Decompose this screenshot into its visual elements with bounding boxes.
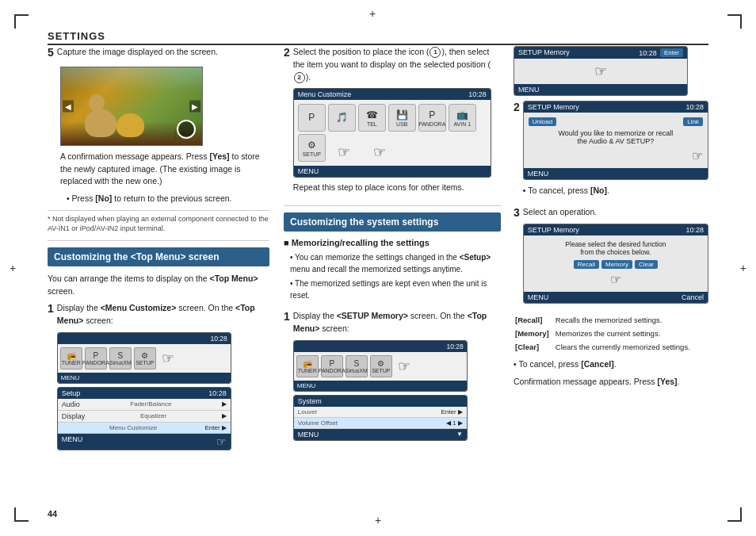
sm3-footer-menu: MENU <box>528 293 549 301</box>
crosshair-left <box>10 262 16 274</box>
right-step3-text: Select an operation. <box>523 206 708 219</box>
image-arrow-right: ▶ <box>189 100 200 112</box>
sm2-footer: MENU <box>528 170 549 178</box>
main-content: 5 Capture the image displayed on the scr… <box>48 46 708 504</box>
sys-title: System <box>298 397 322 405</box>
system-settings-title: Customizing the system settings <box>284 212 501 232</box>
page-header: SETTINGS <box>48 30 708 45</box>
sm3-memory-btn[interactable]: Memory <box>601 260 632 269</box>
sm2-time: 10:28 <box>685 103 704 111</box>
sm1-time: 10:28 Enter <box>639 48 683 57</box>
step5-block: 5 Capture the image displayed on the scr… <box>48 46 269 234</box>
tm2-icon-pandora: PPANDORA <box>321 355 343 377</box>
sm2-link-btn[interactable]: Link <box>683 117 703 126</box>
tm-icon-tuner: 📻TUNER <box>60 347 82 369</box>
captured-image: ◀ ▶ ☞ <box>60 67 203 146</box>
left-step1-text: Display the <Menu Customize> screen. On … <box>57 302 269 327</box>
repeat-text: Repeat this step to place icons for othe… <box>293 182 501 194</box>
mc-icon-usb: 💾USB <box>388 104 416 132</box>
image-arrow-left: ◀ <box>63 100 74 112</box>
tm-icon-siriusxm: SSiriusXM <box>109 347 132 369</box>
right-confirmation-text: Confirmation message appears. Press [Yes… <box>514 376 708 389</box>
sm1-footer: MENU <box>518 86 540 94</box>
top-menu-screen-1: 10:28 📻TUNER PPANDORA SSiriusXM ⚙SETUP ☞… <box>57 332 231 384</box>
mc-icon-avin: 📺AVIN 1 <box>449 104 476 132</box>
tm-time-1: 10:28 <box>211 335 227 343</box>
mc-icon-p: P <box>298 104 326 132</box>
right-step2-cancel: • To cancel, press [No]. <box>523 185 708 197</box>
sm3-body-text: Please select the desired functionfrom t… <box>529 240 703 256</box>
mc-footer-menu: MENU <box>298 167 319 175</box>
sm1-title: SETUP Memory <box>518 48 570 57</box>
right-column: SETUP Memory 10:28 Enter ☞ MENU 2 SETUP … <box>507 46 708 504</box>
mc-title: Menu Customize <box>298 90 352 98</box>
step5-text: Capture the image displayed on the scree… <box>57 46 218 59</box>
crosshair-top <box>372 10 384 21</box>
step5-no-text: • Press [No] to return to the previous s… <box>67 193 269 205</box>
sm3-title: SETUP Memory <box>528 226 579 234</box>
divider-mid <box>284 205 501 206</box>
step5-number: 5 <box>48 46 54 59</box>
tm2-icon-siriusxm: SSiriusXM <box>346 355 368 377</box>
setup-memory-screen-3: SETUP Memory 10:28 Please select the des… <box>523 224 708 304</box>
corner-mark-tr <box>727 14 742 29</box>
setup-footer-menu: MENU <box>62 435 83 448</box>
corner-mark-br <box>727 507 742 522</box>
sm2-unload-btn[interactable]: Unload <box>529 117 556 126</box>
setup-memory-screen-top: SETUP Memory 10:28 Enter ☞ MENU <box>514 46 688 96</box>
top-menu-screen-2: 10:28 📻TUNER PPANDORA SSiriusXM ⚙SETUP ☞… <box>293 340 468 392</box>
sm2-body-text: Would you like to memorize or recallthe … <box>529 129 703 145</box>
right-step2-number: 2 <box>514 101 520 113</box>
memory-value: Memorizes the current settings. <box>556 327 695 339</box>
setup-memory-screen-2: SETUP Memory 10:28 Unload Link Would you… <box>523 101 708 180</box>
page-number: 44 <box>48 509 57 519</box>
bullet1: You can memorize the settings changed in… <box>284 251 501 275</box>
right-cancel-text: • To cancel, press [Cancel]. <box>514 358 708 371</box>
tm-footer-menu: MENU <box>61 374 80 381</box>
menu-customize-screen: Menu Customize 10:28 P 🎵 ☎TEL 💾USB PPAND… <box>293 88 491 178</box>
left-column: 5 Capture the image displayed on the scr… <box>48 46 277 504</box>
system-setup-screen: System Louver Enter ▶ Volume Offset ◀ 1 … <box>293 395 468 441</box>
right-step3-number: 3 <box>514 206 520 219</box>
sm3-recall-btn[interactable]: Recall <box>574 260 599 269</box>
mid-step2-number: 2 <box>284 46 290 59</box>
recall-key: [Recall] <box>515 314 554 326</box>
mid-column: 2 Select the position to place the icon … <box>277 46 507 504</box>
recall-value: Recalls the memorized settings. <box>556 314 695 326</box>
setup-screen-left: Setup 10:28 Audio Fader/Balance ▶ Displa… <box>57 387 231 450</box>
page-title: SETTINGS <box>48 30 105 42</box>
memory-key: [Memory] <box>515 327 554 339</box>
top-menu-section-title: Customizing the <Top Menu> screen <box>48 247 269 266</box>
sm3-time: 10:28 <box>685 226 704 234</box>
divider-1 <box>48 240 269 241</box>
sm3-clear-btn[interactable]: Clear <box>635 260 658 269</box>
sys-footer-menu: MENU <box>298 431 319 438</box>
mc-icon-setup: ⚙SETUP <box>298 134 326 162</box>
tm2-icon-setup: ⚙SETUP <box>370 355 392 377</box>
left-step1-number: 1 <box>48 302 54 315</box>
step5-confirmation: A confirmation message appears. Press [Y… <box>60 151 269 188</box>
sm1-hand: ☞ <box>594 63 607 80</box>
mid-step1-text: Display the <SETUP Memory> screen. On th… <box>293 310 501 335</box>
setup-footer-hand: ☞ <box>216 435 227 448</box>
tm-icon-setup: ⚙SETUP <box>134 347 156 369</box>
mc-icon-music: 🎵 <box>328 104 356 132</box>
step5-footnote: * Not displayed when playing an external… <box>48 210 269 234</box>
mc-icon-tel: ☎TEL <box>358 104 386 132</box>
clear-key: [Clear] <box>515 341 554 353</box>
tm-icon-pandora: PPANDORA <box>85 347 107 369</box>
setup-time-left: 10:28 <box>208 389 227 397</box>
mid-step2-text: Select the position to place the icon (1… <box>293 46 501 83</box>
memorizing-title: ■ Memorizing/recalling the settings <box>284 238 501 247</box>
tm-time-2: 10:28 <box>447 343 464 350</box>
mc-time: 10:28 <box>468 90 487 98</box>
tm2-icon-tuner: 📻TUNER <box>296 355 319 377</box>
sm3-footer-cancel: Cancel <box>682 293 704 301</box>
top-menu-intro: You can arrange the items to display on … <box>48 273 269 298</box>
mid-step1-number: 1 <box>284 310 290 323</box>
clear-value: Clears the currently memorized settings. <box>556 341 695 353</box>
setup-title-left: Setup <box>62 389 81 397</box>
corner-mark-tl <box>14 14 29 29</box>
tm2-footer-menu: MENU <box>297 382 316 389</box>
sm2-title: SETUP Memory <box>528 103 579 111</box>
